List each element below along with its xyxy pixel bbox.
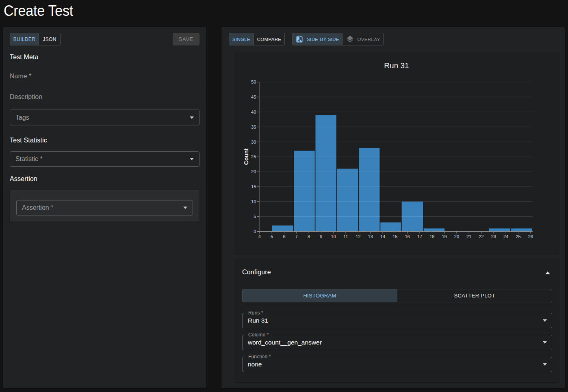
svg-text:25: 25 [516, 234, 520, 239]
svg-text:30: 30 [251, 140, 256, 144]
svg-text:6: 6 [283, 234, 285, 239]
svg-text:14: 14 [380, 234, 385, 239]
svg-text:5: 5 [271, 234, 273, 239]
svg-text:26: 26 [528, 234, 533, 239]
svg-text:20: 20 [251, 169, 256, 174]
svg-text:10: 10 [331, 234, 336, 239]
svg-text:19: 19 [442, 234, 447, 239]
svg-text:13: 13 [368, 234, 373, 239]
svg-text:9: 9 [320, 234, 322, 239]
svg-text:20: 20 [454, 234, 459, 239]
svg-text:7: 7 [295, 234, 298, 239]
svg-text:16: 16 [405, 234, 410, 239]
svg-text:40: 40 [251, 110, 256, 114]
svg-text:23: 23 [491, 234, 496, 239]
svg-text:50: 50 [251, 80, 256, 84]
svg-text:22: 22 [479, 234, 483, 239]
svg-text:21: 21 [466, 234, 471, 239]
svg-text:5: 5 [254, 214, 256, 219]
svg-text:8: 8 [308, 234, 310, 239]
svg-text:45: 45 [251, 95, 256, 99]
svg-text:15: 15 [392, 234, 397, 239]
svg-text:12: 12 [356, 234, 360, 239]
svg-text:35: 35 [251, 125, 256, 129]
svg-text:11: 11 [343, 234, 348, 239]
svg-text:4: 4 [258, 234, 261, 239]
svg-text:Count: Count [243, 148, 249, 165]
svg-text:25: 25 [251, 154, 256, 159]
svg-text:0: 0 [254, 229, 256, 234]
svg-text:10: 10 [251, 199, 256, 204]
svg-text:24: 24 [503, 234, 508, 239]
svg-text:18: 18 [429, 234, 434, 239]
svg-text:Run 31: Run 31 [384, 61, 409, 70]
svg-text:15: 15 [251, 184, 256, 189]
svg-text:17: 17 [417, 234, 422, 239]
